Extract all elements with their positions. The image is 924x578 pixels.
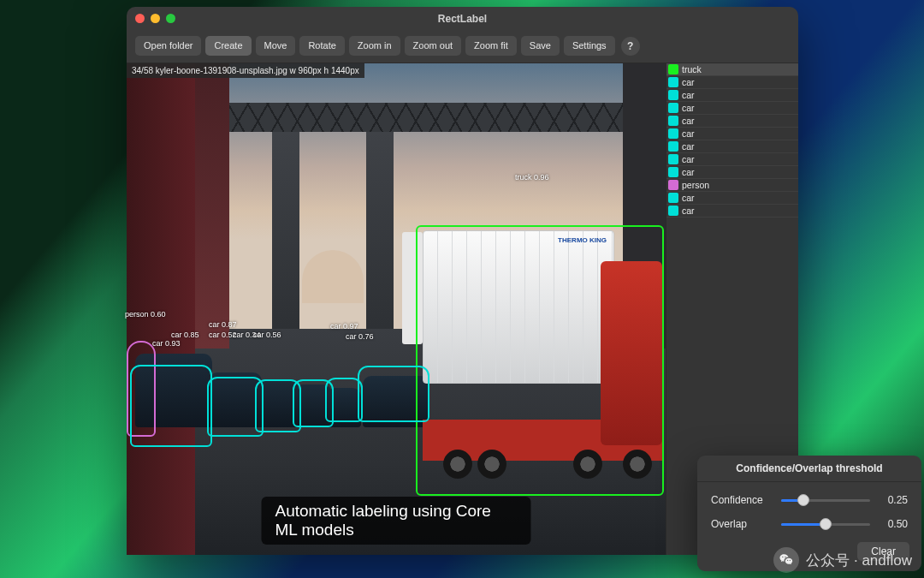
titlebar: RectLabel [127,7,798,31]
label-name: car [682,77,695,87]
annotation-label: car 0.76 [346,332,374,341]
label-color-swatch [668,103,678,113]
image-canvas[interactable]: THERMO KING 34/58 kyler-boone-1391908-un… [127,63,666,555]
label-color-swatch [668,154,678,164]
window-title: RectLabel [438,13,487,25]
label-row[interactable]: car [666,128,798,140]
overlap-label: Overlap [711,518,773,530]
create-button[interactable]: Create [205,36,251,56]
confidence-value: 0.25 [879,494,908,506]
label-name: person [682,180,709,190]
overlap-value: 0.50 [879,518,908,530]
label-name: car [682,128,695,139]
label-name: car [682,206,695,216]
settings-button[interactable]: Settings [564,36,615,56]
zoom-fit-button[interactable]: Zoom fit [465,36,517,56]
traffic-lights [135,14,175,23]
label-name: car [682,154,695,164]
label-row[interactable]: car [666,76,798,89]
label-color-swatch [668,206,678,216]
label-row[interactable]: car [666,153,798,166]
label-name: car [682,141,695,152]
label-row[interactable]: car [666,205,798,217]
image-scene: THERMO KING [127,63,666,555]
move-button[interactable]: Move [256,36,296,56]
overlap-slider[interactable] [781,518,870,530]
label-color-swatch [668,180,678,190]
toolbar: Open folder Create Move Rotate Zoom in Z… [127,31,798,63]
fullscreen-icon[interactable] [166,14,175,23]
annotation-label: person 0.60 [125,310,166,319]
label-name: truck [682,64,702,74]
minimize-icon[interactable] [151,14,160,23]
watermark: 公众号 · andflow [773,547,912,573]
label-row[interactable]: car [666,192,798,205]
label-color-swatch [668,193,678,203]
open-folder-button[interactable]: Open folder [135,36,201,56]
save-button[interactable]: Save [521,36,560,56]
confidence-label: Confidence [711,494,773,506]
annotation-label: car 0.87 [209,320,237,329]
label-row[interactable]: truck [666,63,798,76]
label-color-swatch [668,167,678,177]
label-color-swatch [668,64,678,74]
image-infobar: 34/58 kyler-boone-1391908-unsplash.jpg w… [127,63,364,78]
label-color-swatch [668,128,678,139]
annotation-label: car 0.56 [253,331,281,339]
label-row[interactable]: person [666,179,798,192]
label-color-swatch [668,116,678,126]
annotation-label: car 0.85 [171,331,199,339]
rotate-button[interactable]: Rotate [299,36,344,56]
help-button[interactable]: ? [621,37,640,56]
annotation-label: truck 0.96 [515,173,549,182]
zoom-in-button[interactable]: Zoom in [349,36,400,56]
truck-box-logo: THERMO KING [558,236,607,244]
label-row[interactable]: car [666,89,798,102]
wechat-icon [773,547,799,573]
truck-graphic: THERMO KING [423,230,662,486]
overlap-row: Overlap 0.50 [697,506,921,530]
label-name: car [682,90,695,100]
label-color-swatch [668,141,678,152]
label-color-swatch [668,77,678,87]
label-name: car [682,103,695,113]
label-name: car [682,193,695,203]
confidence-slider[interactable] [781,494,870,506]
close-icon[interactable] [135,14,145,23]
annotation-label: car 0.93 [152,339,181,348]
label-color-swatch [668,90,678,100]
watermark-text: 公众号 · andflow [806,551,912,570]
confidence-row: Confidence 0.25 [697,482,921,506]
threshold-panel-title: Confidence/Overlap threshold [697,456,921,482]
image-caption: Automatic labeling using Core ML models [262,497,531,545]
label-name: car [682,167,695,177]
label-row[interactable]: car [666,166,798,179]
label-row[interactable]: car [666,102,798,115]
annotation-label: car 0.97 [330,322,358,331]
zoom-out-button[interactable]: Zoom out [405,36,461,56]
label-row[interactable]: car [666,115,798,128]
label-row[interactable]: car [666,140,798,153]
label-name: car [682,116,695,126]
